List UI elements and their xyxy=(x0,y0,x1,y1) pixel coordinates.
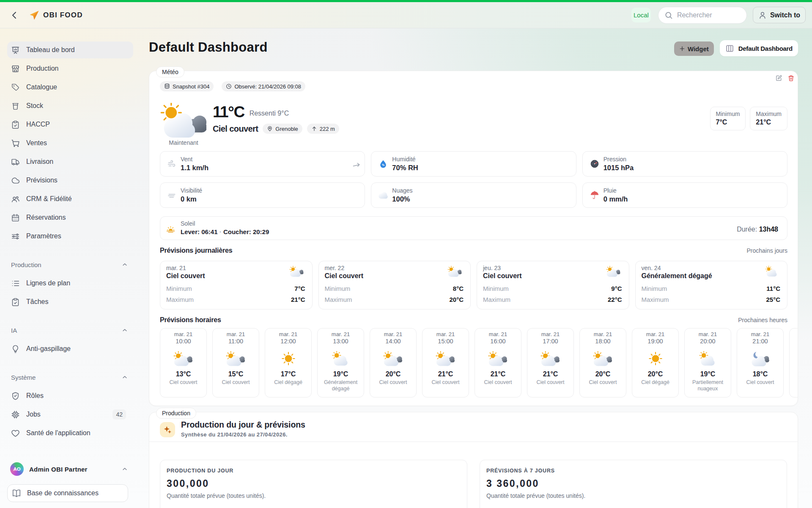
svg-text:%: % xyxy=(382,163,384,166)
